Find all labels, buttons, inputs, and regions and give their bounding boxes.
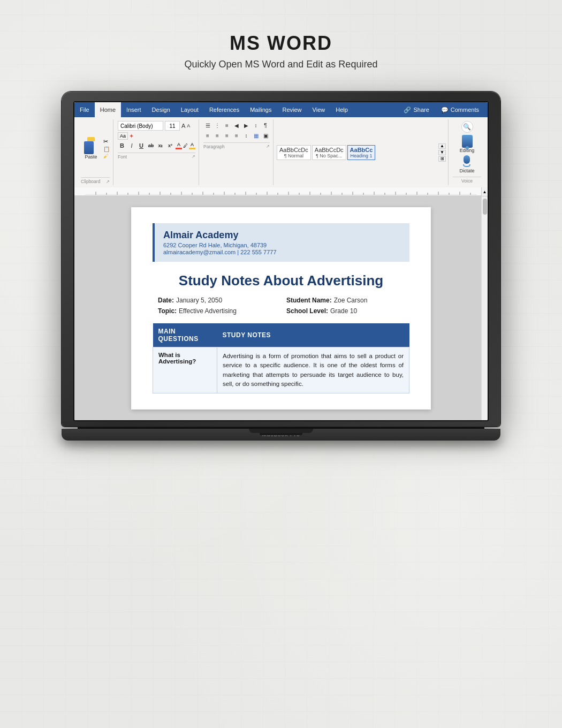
style-heading1-button[interactable]: AaBbCc Heading 1 <box>347 145 376 160</box>
comment-icon: 💬 <box>441 107 449 113</box>
format-painter-button[interactable]: 🖌 <box>103 153 110 159</box>
date-label: Date: <box>158 297 174 304</box>
academy-header: Almair Academy 6292 Cooper Rd Hale, Mich… <box>153 223 409 262</box>
topic-value: Effective Advertising <box>179 307 237 315</box>
font-size-input[interactable] <box>165 121 180 131</box>
search-button[interactable]: 🔍 <box>461 121 473 133</box>
tab-home[interactable]: Home <box>95 102 121 117</box>
date-value: January 5, 2050 <box>176 297 222 304</box>
italic-button[interactable]: I <box>127 141 136 150</box>
style-no-space-button[interactable]: AaBbCcDc ¶ No Spac... <box>312 145 346 160</box>
ruler-marks <box>85 187 477 195</box>
tab-layout[interactable]: Layout <box>176 102 204 117</box>
strikethrough-button[interactable]: ab <box>147 141 155 150</box>
question-cell: What is Advertising? <box>153 347 217 393</box>
styles-expand[interactable]: ⊞ <box>438 156 446 162</box>
laptop-base: MacBook Pro <box>62 429 500 441</box>
clipboard-label: Clipboard ↗ <box>81 177 110 184</box>
text-color-bg-button[interactable]: A <box>189 142 195 149</box>
list-buttons-row: ☰ ⋮ ≡ ◀ ▶ ↕ ¶ <box>203 121 270 130</box>
scroll-up-arrow[interactable]: ▲ <box>481 187 488 196</box>
style-normal-button[interactable]: AaBbCcDc ¶ Normal <box>277 145 311 160</box>
info-grid: Date: January 5, 2050 Student Name: Zoe … <box>153 297 409 315</box>
tab-mailings[interactable]: Mailings <box>245 102 277 117</box>
tab-design[interactable]: Design <box>147 102 176 117</box>
student-field: Student Name: Zoe Carson <box>286 297 404 304</box>
font-expand-icon[interactable]: ↗ <box>192 154 195 160</box>
tab-insert[interactable]: Insert <box>121 102 147 117</box>
multilevel-list-button[interactable]: ≡ <box>223 121 231 130</box>
indent-increase-button[interactable]: ▶ <box>242 121 250 130</box>
vertical-scrollbar[interactable] <box>481 196 488 420</box>
topic-label: Topic: <box>158 307 177 315</box>
document-title: Study Notes About Advertising <box>153 272 409 289</box>
tab-references[interactable]: References <box>204 102 245 117</box>
ribbon-body: Paste ✂ 📋 <box>74 117 488 187</box>
editing-button[interactable]: Editing <box>460 135 475 153</box>
tab-review[interactable]: Review <box>277 102 307 117</box>
voice-label: Voice <box>453 177 481 184</box>
bold-button[interactable]: B <box>118 141 126 150</box>
clear-format-button[interactable]: ✦ <box>129 133 134 140</box>
document-page: Almair Academy 6292 Cooper Rd Hale, Mich… <box>131 207 431 410</box>
level-value: Grade 10 <box>330 307 357 315</box>
font-color-button[interactable]: A <box>176 142 182 149</box>
tab-file[interactable]: File <box>74 102 95 117</box>
show-marks-button[interactable]: ¶ <box>261 121 270 130</box>
level-field: School Level: Grade 10 <box>286 307 404 315</box>
align-center-button[interactable]: ≡ <box>213 131 222 140</box>
borders-button[interactable]: ▣ <box>261 131 270 140</box>
tab-view[interactable]: View <box>307 102 331 117</box>
line-spacing-button[interactable]: ↕ <box>242 131 250 140</box>
student-value: Zoe Carson <box>334 297 368 304</box>
align-right-button[interactable]: ≡ <box>223 131 231 140</box>
dictate-button[interactable]: Dictate <box>459 155 474 173</box>
copy-button[interactable]: 📋 <box>103 146 110 152</box>
font-size-up-icon[interactable]: A <box>181 123 185 129</box>
paragraph-label: Paragraph ↗ <box>203 142 270 149</box>
comments-button[interactable]: 💬 Comments <box>437 105 483 115</box>
number-list-button[interactable]: ⋮ <box>213 121 222 130</box>
font-label: Font ↗ <box>118 153 195 160</box>
tab-help[interactable]: Help <box>330 102 353 117</box>
date-field: Date: January 5, 2050 <box>158 297 276 304</box>
academy-address: 6292 Cooper Rd Hale, Michigan, 48739 <box>163 242 401 248</box>
clipboard-expand-icon[interactable]: ↗ <box>106 179 110 184</box>
styles-scroll-up[interactable]: ▲ <box>438 143 446 149</box>
topic-field: Topic: Effective Advertising <box>158 307 276 315</box>
styles-scroll-down[interactable]: ▼ <box>438 150 446 155</box>
paragraph-expand-icon[interactable]: ↗ <box>266 144 270 149</box>
sort-button[interactable]: ↕ <box>252 121 260 130</box>
word-ribbon: File Home Insert Design Layout Reference… <box>74 102 488 196</box>
format-buttons-row: B I U ab x₂ x² A 🖊 <box>118 141 195 150</box>
highlight-button[interactable]: 🖊 <box>183 143 188 148</box>
indent-decrease-button[interactable]: ◀ <box>232 121 241 130</box>
superscript-button[interactable]: x² <box>166 141 174 150</box>
academy-name: Almair Academy <box>163 230 401 241</box>
notes-cell: Advertising is a form of promotion that … <box>217 347 409 393</box>
bullet-list-button[interactable]: ☰ <box>203 121 212 130</box>
shading-button[interactable]: ▦ <box>252 131 260 140</box>
font-size-down-icon[interactable]: A <box>187 123 190 128</box>
align-justify-button[interactable]: ≡ <box>232 131 241 140</box>
align-left-button[interactable]: ≡ <box>203 131 212 140</box>
font-selector-row: A A <box>118 121 195 131</box>
document-area: Almair Academy 6292 Cooper Rd Hale, Mich… <box>74 196 488 420</box>
share-button[interactable]: 🔗 Share <box>399 105 433 115</box>
level-label: School Level: <box>286 307 328 315</box>
underline-button[interactable]: U <box>137 141 146 150</box>
laptop-notch <box>249 429 313 433</box>
laptop-frame: File Home Insert Design Layout Reference… <box>62 92 500 441</box>
paste-button[interactable]: Paste <box>81 136 101 161</box>
share-icon: 🔗 <box>404 107 411 113</box>
col2-header: STUDY NOTES <box>217 323 409 347</box>
font-family-input[interactable] <box>118 121 163 131</box>
align-buttons-row: ≡ ≡ ≡ ≡ ↕ ▦ ▣ <box>203 131 270 140</box>
subscript-button[interactable]: x₂ <box>156 141 165 150</box>
col1-header: MAIN QUESTIONS <box>153 323 217 347</box>
ruler: ▲ <box>74 187 488 196</box>
student-label: Student Name: <box>286 297 332 304</box>
cut-button[interactable]: ✂ <box>103 138 110 145</box>
table-row: What is Advertising? Advertising is a fo… <box>153 347 409 393</box>
font-case-button[interactable]: Aa <box>118 132 128 140</box>
